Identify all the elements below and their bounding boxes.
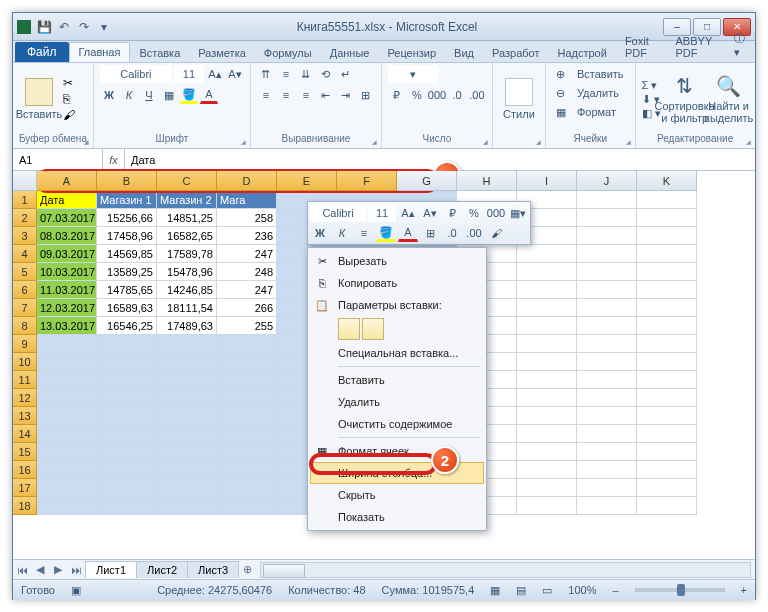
cell[interactable]: 14246,85 [157,281,217,299]
cell[interactable] [97,479,157,497]
cell[interactable] [37,389,97,407]
select-all-corner[interactable] [13,171,37,191]
col-header-K[interactable]: K [637,171,697,191]
cell[interactable] [637,443,697,461]
horizontal-scrollbar[interactable] [260,562,751,578]
mini-border-icon[interactable]: ▦▾ [508,204,528,222]
qat-more-icon[interactable]: ▾ [95,18,113,36]
mini-percent-icon[interactable]: % [464,204,484,222]
mini-incdec-icon[interactable]: .0 [442,224,462,242]
ctx-delete[interactable]: Удалить [310,391,484,413]
row-header-15[interactable]: 15 [13,443,37,461]
row-header-13[interactable]: 13 [13,407,37,425]
cell[interactable] [577,245,637,263]
row-header-9[interactable]: 9 [13,335,37,353]
cell[interactable]: Дата [37,191,97,209]
cell[interactable]: 258 [217,209,277,227]
mini-shrink-icon[interactable]: A▾ [420,204,440,222]
col-header-D[interactable]: D [217,171,277,191]
cell[interactable]: 15256,66 [97,209,157,227]
autosum-icon[interactable]: Σ ▾ [642,79,661,92]
row-header-11[interactable]: 11 [13,371,37,389]
cell[interactable] [517,245,577,263]
col-header-J[interactable]: J [577,171,637,191]
name-box[interactable]: A1 [13,149,103,170]
mini-font-size[interactable]: 11 [368,204,396,222]
cell[interactable] [97,425,157,443]
tab-abbyy[interactable]: ABBYY PDF [667,32,726,62]
insert-cells-icon[interactable]: ⊕ [552,65,570,83]
zoom-in-icon[interactable]: + [741,584,747,596]
paste-button[interactable]: Вставить [19,69,59,129]
shrink-font-icon[interactable]: A▾ [226,65,244,83]
underline-icon[interactable]: Ч [140,86,158,104]
cell[interactable]: Мага [217,191,277,209]
cell[interactable] [577,209,637,227]
cell[interactable] [517,263,577,281]
tab-formulas[interactable]: Формулы [255,44,321,62]
cell[interactable] [517,371,577,389]
redo-icon[interactable]: ↷ [75,18,93,36]
cell[interactable] [517,317,577,335]
cell[interactable] [637,335,697,353]
cell[interactable] [577,461,637,479]
cell[interactable] [217,353,277,371]
grow-font-icon[interactable]: A▴ [206,65,224,83]
cell[interactable] [217,425,277,443]
bold-icon[interactable]: Ж [100,86,118,104]
align-mid-icon[interactable]: ≡ [277,65,295,83]
mini-comma-icon[interactable]: 000 [486,204,506,222]
cell[interactable] [37,443,97,461]
cell[interactable]: 08.03.2017 [37,227,97,245]
ctx-cut[interactable]: ✂Вырезать [310,250,484,272]
tab-layout[interactable]: Разметка [189,44,255,62]
cell[interactable] [157,443,217,461]
ctx-copy[interactable]: ⎘Копировать [310,272,484,294]
mini-merge-icon[interactable]: ⊞ [420,224,440,242]
insert-cells-label[interactable]: Вставить [572,65,629,83]
cell[interactable]: 16582,65 [157,227,217,245]
cell[interactable] [577,479,637,497]
cell[interactable] [577,227,637,245]
cell[interactable] [637,227,697,245]
cell[interactable] [517,461,577,479]
cell[interactable] [637,245,697,263]
mini-align-icon[interactable]: ≡ [354,224,374,242]
ctx-paste-special[interactable]: Специальная вставка... [310,342,484,364]
cell[interactable]: 14569,85 [97,245,157,263]
format-cells-label[interactable]: Формат [572,103,621,121]
cell[interactable] [577,191,637,209]
cell[interactable] [37,461,97,479]
cell[interactable] [97,335,157,353]
cell[interactable]: 18111,54 [157,299,217,317]
ctx-clear[interactable]: Очистить содержимое [310,413,484,435]
cell[interactable] [577,407,637,425]
cell[interactable] [637,461,697,479]
cell[interactable] [217,371,277,389]
cell[interactable] [217,497,277,515]
ctx-insert[interactable]: Вставить [310,369,484,391]
cell[interactable] [37,425,97,443]
cell[interactable] [37,407,97,425]
cell[interactable] [517,407,577,425]
mini-fmtpainter-icon[interactable]: 🖌 [486,224,506,242]
align-bot-icon[interactable]: ⇊ [297,65,315,83]
row-header-1[interactable]: 1 [13,191,37,209]
save-icon[interactable]: 💾 [35,18,53,36]
cell[interactable]: 255 [217,317,277,335]
new-sheet-icon[interactable]: ⊕ [238,563,256,576]
cell[interactable] [577,425,637,443]
cell[interactable] [637,371,697,389]
row-header-4[interactable]: 4 [13,245,37,263]
cell[interactable]: 13589,25 [97,263,157,281]
cell[interactable] [637,479,697,497]
cell[interactable] [157,389,217,407]
cell[interactable] [637,497,697,515]
cell[interactable] [517,335,577,353]
cell[interactable] [157,425,217,443]
cell[interactable]: 247 [217,245,277,263]
cell[interactable] [517,425,577,443]
row-header-8[interactable]: 8 [13,317,37,335]
cell[interactable] [157,461,217,479]
cut-icon[interactable]: ✂ [63,76,75,90]
